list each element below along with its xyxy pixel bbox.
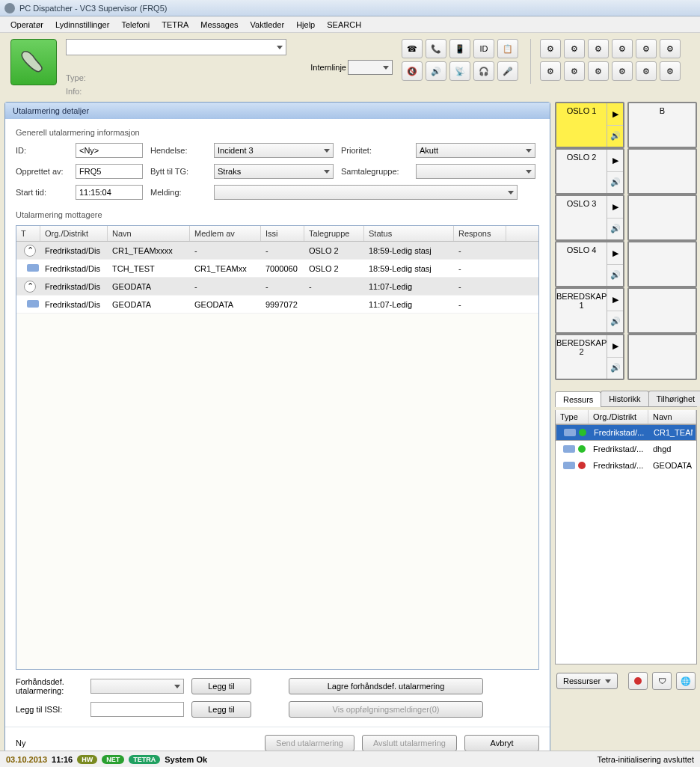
table-row[interactable]: Fredrikstad/DisGEODATAGEODATA 999707211:… (16, 296, 538, 314)
resource-row[interactable]: Fredrikstad/...GEODATA (556, 457, 696, 474)
tab-ressurs[interactable]: Ressurs (555, 391, 601, 407)
resource-row[interactable]: Fredrikstad/...dhgd (556, 441, 696, 457)
channel-OSLO 1[interactable]: OSLO 1 ▶🔊 (555, 102, 624, 148)
internlinje-selector[interactable] (348, 60, 393, 75)
speaker-icon[interactable]: 🔊 (607, 358, 623, 379)
speaker-icon[interactable]: 🔊 (607, 311, 623, 333)
speaker-icon[interactable]: 🔊 (607, 172, 623, 194)
right-tool-icon-10[interactable]: ⚙ (636, 61, 657, 81)
tool-icon-7[interactable]: 📡 (449, 61, 470, 81)
channel-extra-5[interactable] (627, 334, 697, 380)
right-tool-icon-0[interactable]: ⚙ (540, 39, 561, 58)
avbryt-button[interactable]: Avbryt (464, 735, 539, 751)
tool-icon-1[interactable]: 📞 (426, 39, 446, 58)
right-tool-icon-11[interactable]: ⚙ (660, 61, 681, 81)
channel-extra-1[interactable] (627, 148, 697, 195)
channel-extra-2[interactable] (627, 195, 697, 241)
bytt-select[interactable]: Straks (214, 164, 334, 179)
right-tool-icon-8[interactable]: ⚙ (588, 61, 609, 81)
right-tool-icon-5[interactable]: ⚙ (660, 39, 681, 58)
tool-icon-6[interactable]: 🔊 (426, 61, 446, 81)
send-button[interactable]: Send utalarmering (265, 735, 354, 751)
tool-icon-8[interactable]: 🎧 (473, 61, 494, 81)
col-issi[interactable]: Issi (261, 226, 304, 241)
melding-select[interactable] (214, 185, 518, 200)
tool-icon-4[interactable]: 📋 (497, 39, 518, 58)
play-icon[interactable]: ▶ (607, 150, 623, 172)
lagre-button[interactable]: Lagre forhåndsdef. utalarmering (289, 678, 483, 694)
table-row[interactable]: ⌃ Fredrikstad/DisCR1_TEAMxxxx- -OSLO 218… (16, 242, 538, 260)
globe-icon[interactable]: 🌐 (676, 672, 696, 690)
right-tool-icon-4[interactable]: ⚙ (636, 39, 657, 58)
right-tool-icon-2[interactable]: ⚙ (588, 39, 609, 58)
right-tool-icon-7[interactable]: ⚙ (564, 61, 585, 81)
legg-til-button-1[interactable]: Legg til (191, 678, 251, 694)
opprettet-field[interactable]: FRQ5 (76, 164, 143, 179)
res-col-navn[interactable]: Navn (648, 410, 696, 424)
table-row[interactable]: Fredrikstad/DisTCH_TESTCR1_TEAMxx 700006… (16, 260, 538, 278)
col-respons[interactable]: Respons (454, 226, 506, 241)
right-tool-icon-3[interactable]: ⚙ (612, 39, 633, 58)
issi-field[interactable] (90, 702, 184, 717)
col-navn[interactable]: Navn (108, 226, 190, 241)
col-medlem[interactable]: Medlem av (190, 226, 261, 241)
tool-icon-9[interactable]: 🎤 (497, 61, 518, 81)
collapse-icon[interactable]: ⌃ (24, 281, 36, 293)
channel-OSLO 3[interactable]: OSLO 3 ▶🔊 (555, 195, 624, 241)
menu-vaktleder[interactable]: Vaktleder (251, 20, 285, 29)
menu-messages[interactable]: Messages (200, 20, 238, 29)
play-icon[interactable]: ▶ (607, 242, 623, 265)
col-tg[interactable]: Talegruppe (304, 226, 364, 241)
channel-extra-4[interactable] (627, 287, 697, 334)
ressurser-combo[interactable]: Ressurser (556, 673, 618, 689)
play-icon[interactable]: ▶ (607, 335, 623, 358)
speaker-icon[interactable]: 🔊 (607, 265, 623, 287)
tool-icon-0[interactable]: ☎ (402, 39, 423, 58)
tab-historikk[interactable]: Historikk (601, 391, 648, 406)
collapse-icon[interactable]: ⌃ (24, 245, 36, 257)
entity-selector[interactable] (66, 39, 286, 55)
shield-icon[interactable]: 🛡 (652, 672, 672, 690)
hendelse-select[interactable]: Incident 3 (214, 143, 334, 158)
menu-tetra[interactable]: TETRA (162, 20, 188, 29)
channel-extra-3[interactable] (627, 241, 697, 287)
tool-icon-5[interactable]: 🔇 (402, 61, 423, 81)
menu-search[interactable]: SEARCH (327, 20, 361, 29)
right-tool-icon-6[interactable]: ⚙ (540, 61, 561, 81)
samtale-select[interactable] (416, 164, 535, 179)
channel-BEREDSKAP 2[interactable]: BEREDSKAP 2 ▶🔊 (555, 334, 624, 380)
prioritet-select[interactable]: Akutt (416, 143, 535, 158)
call-button[interactable] (10, 39, 57, 85)
res-col-type[interactable]: Type (556, 410, 589, 424)
tab-tilhørighet[interactable]: Tilhørighet (648, 391, 700, 406)
table-row[interactable]: ⌃ Fredrikstad/DisGEODATA- --11:07-Ledig- (16, 278, 538, 296)
legg-til-button-2[interactable]: Legg til (191, 701, 251, 718)
status-red-icon[interactable] (628, 672, 648, 690)
resource-row[interactable]: Fredrikstad/...CR1_TEAM (556, 424, 696, 441)
col-status[interactable]: Status (364, 226, 454, 241)
channel-BEREDSKAP 1[interactable]: BEREDSKAP 1 ▶🔊 (555, 287, 624, 334)
avslutt-button[interactable]: Avslutt utalarmering (362, 735, 457, 751)
play-icon[interactable]: ▶ (607, 196, 623, 219)
play-icon[interactable]: ▶ (607, 289, 623, 311)
col-t[interactable]: T (16, 226, 40, 241)
menu-lydinnstillinger[interactable]: Lydinnstillinger (55, 20, 109, 29)
menu-telefoni[interactable]: Telefoni (121, 20, 150, 29)
res-col-org[interactable]: Org./Distrikt (589, 410, 648, 424)
channel-OSLO 2[interactable]: OSLO 2 ▶🔊 (555, 148, 624, 195)
speaker-icon[interactable]: 🔊 (607, 126, 623, 147)
play-icon[interactable]: ▶ (607, 103, 623, 126)
tool-icon-3[interactable]: ID (473, 39, 494, 58)
col-org[interactable]: Org./Distrikt (40, 226, 108, 241)
vis-button[interactable]: Vis oppfølgningsmeldinger(0) (289, 701, 483, 718)
forh-select[interactable] (90, 679, 184, 694)
right-tool-icon-9[interactable]: ⚙ (612, 61, 633, 81)
speaker-icon[interactable]: 🔊 (607, 219, 623, 240)
tool-icon-2[interactable]: 📱 (449, 39, 470, 58)
menu-hjelp[interactable]: Hjelp (296, 20, 315, 29)
menu-operatør[interactable]: Operatør (10, 20, 43, 29)
channel-extra-0[interactable]: B (627, 102, 697, 148)
id-field[interactable]: <Ny> (76, 143, 143, 158)
right-tool-icon-1[interactable]: ⚙ (564, 39, 585, 58)
start-field[interactable]: 11:15:04 (76, 185, 143, 200)
